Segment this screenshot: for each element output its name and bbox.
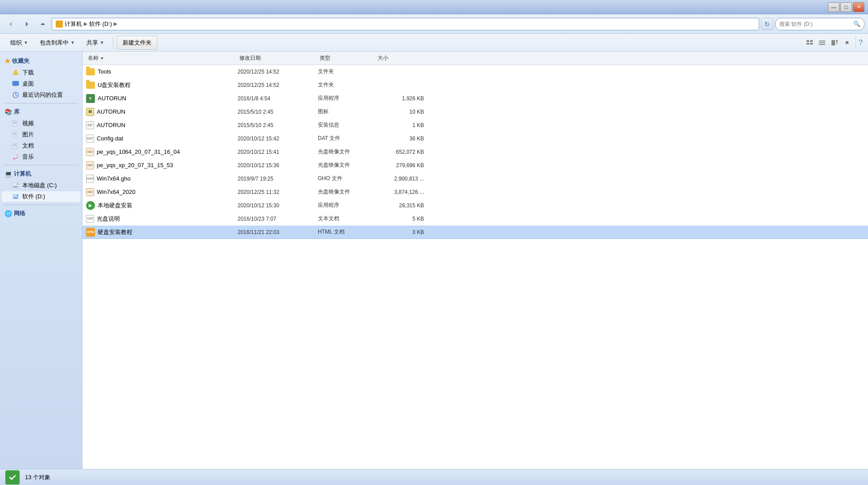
file-type-cell: 文件夹 <box>318 68 376 75</box>
svg-point-31 <box>17 184 18 185</box>
search-box: 🔍 <box>775 18 864 30</box>
file-type-cell: GHO 文件 <box>318 175 376 182</box>
file-size-cell: 1 KB <box>376 122 429 128</box>
sidebar-item-local-c[interactable]: 本地磁盘 (C:) <box>2 180 80 191</box>
sidebar-item-download[interactable]: 下载 <box>2 67 80 78</box>
sidebar-item-drive-d[interactable]: 软件 (D:) <box>2 191 80 202</box>
folder-icon <box>86 68 95 75</box>
col-header-date[interactable]: 修改日期 <box>238 54 318 62</box>
file-type-cell: HTML 文档 <box>318 228 376 236</box>
minimize-button[interactable]: — <box>828 2 839 12</box>
table-row[interactable]: ▶ 本地硬盘安装 2020/10/12 15:30 应用程序 28,315 KB <box>82 199 868 212</box>
drive-d-icon <box>12 193 20 200</box>
share-button[interactable]: 共享 ▼ <box>82 36 109 50</box>
search-icon[interactable]: 🔍 <box>853 21 860 27</box>
file-date-cell: 2015/5/10 2:45 <box>238 109 318 115</box>
network-header[interactable]: 🌐 网络 <box>0 208 82 219</box>
library-button[interactable]: 包含到库中 ▼ <box>35 36 80 50</box>
sidebar-item-recent[interactable]: 最近访问的位置 <box>2 90 80 100</box>
view-toggle-button[interactable] <box>804 37 815 49</box>
favorites-header[interactable]: ★ 收藏夹 <box>0 55 82 67</box>
sidebar-item-video[interactable]: 视频 <box>2 118 80 129</box>
file-date-cell: 2020/10/12 15:30 <box>238 202 318 209</box>
svg-rect-33 <box>13 197 18 198</box>
download-icon <box>12 69 20 76</box>
file-name-text: Config.dat <box>97 135 123 142</box>
file-name-text: Win7x64_2020 <box>97 189 136 195</box>
organize-dropdown-arrow: ▼ <box>24 40 28 45</box>
title-bar: — □ ✕ <box>0 0 868 14</box>
table-row[interactable]: ISO pe_yqs_1064_20_07_31_16_04 2020/10/1… <box>82 145 868 159</box>
table-row[interactable]: HTM 硬盘安装教程 2016/11/21 22:03 HTML 文档 3 KB <box>82 226 868 239</box>
file-date-cell: 2016/1/8 4:54 <box>238 95 318 102</box>
maximize-button[interactable]: □ <box>840 2 852 12</box>
up-button[interactable] <box>36 17 50 31</box>
library-folder-icon: 📚 <box>4 108 12 115</box>
iso-icon: ISO <box>86 188 94 196</box>
col-header-type[interactable]: 类型 <box>318 54 376 62</box>
sidebar-item-desktop[interactable]: 桌面 <box>2 78 80 89</box>
help-button[interactable]: ≡ <box>841 37 853 49</box>
desktop-icon <box>12 80 20 87</box>
inf-icon: INF <box>86 121 94 129</box>
status-bar: 13 个对象 <box>0 469 868 485</box>
svg-rect-30 <box>13 186 18 187</box>
svg-rect-5 <box>810 40 813 42</box>
video-icon <box>12 120 20 127</box>
library-label: 库 <box>14 108 20 116</box>
refresh-button[interactable]: ↻ <box>761 18 773 30</box>
file-type-cell: 光盘映像文件 <box>318 161 376 169</box>
computer-header[interactable]: 💻 计算机 <box>0 168 82 180</box>
table-row[interactable]: E AUTORUN 2016/1/8 4:54 应用程序 1,926 KB <box>82 92 868 105</box>
file-type-cell: 光盘映像文件 <box>318 148 376 156</box>
table-row[interactable]: ISO Win7x64_2020 2020/12/25 11:32 光盘映像文件… <box>82 185 868 199</box>
file-name-text: Tools <box>98 68 111 75</box>
file-name-text: pe_yqs_1064_20_07_31_16_04 <box>97 148 180 155</box>
library-header[interactable]: 📚 库 <box>0 106 82 118</box>
library-dropdown-arrow: ▼ <box>70 40 75 45</box>
view-details-button[interactable] <box>816 37 828 49</box>
search-input[interactable] <box>779 21 852 27</box>
organize-button[interactable]: 组织 ▼ <box>5 36 33 50</box>
svg-marker-35 <box>101 58 103 60</box>
toolbar-separator <box>113 37 113 49</box>
col-header-size[interactable]: 大小 <box>376 54 429 62</box>
table-row[interactable]: U盘安装教程 2020/12/25 14:52 文件夹 <box>82 78 868 92</box>
file-name-cell: TXT 光盘说明 <box>86 215 238 223</box>
svg-rect-8 <box>819 41 825 41</box>
status-count: 13 个对象 <box>25 473 50 481</box>
view-buttons: ≡ ? <box>804 37 863 49</box>
table-row[interactable]: 🖼 AUTORUN 2015/5/10 2:45 图标 10 KB <box>82 105 868 119</box>
sidebar-item-music[interactable]: 音乐 <box>2 152 80 162</box>
breadcrumb-home[interactable]: 计算机 <box>65 20 82 28</box>
address-icon <box>56 21 63 28</box>
table-row[interactable]: GHO Win7x64.gho 2019/9/7 19:25 GHO 文件 2,… <box>82 172 868 185</box>
status-app-icon <box>5 470 20 485</box>
sidebar-item-image[interactable]: 图片 <box>2 129 80 140</box>
file-name-text: U盘安装教程 <box>98 81 131 89</box>
file-name-text: AUTORUN <box>98 95 126 102</box>
file-type-cell: 光盘映像文件 <box>318 188 376 196</box>
table-row[interactable]: TXT 光盘说明 2016/10/23 7:07 文本文档 5 KB <box>82 212 868 226</box>
breadcrumb-sep1: ▶ <box>84 21 87 27</box>
svg-rect-9 <box>819 42 825 43</box>
question-mark-button[interactable]: ? <box>859 39 863 47</box>
forward-button[interactable] <box>20 17 34 31</box>
svg-point-27 <box>13 158 16 160</box>
table-row[interactable]: ISO pe_yqs_xp_20_07_31_15_53 2020/10/12 … <box>82 159 868 172</box>
table-row[interactable]: DAT Config.dat 2020/10/12 15:42 DAT 文件 3… <box>82 132 868 145</box>
new-folder-button[interactable]: 新建文件夹 <box>117 36 157 50</box>
table-row[interactable]: INF AUTORUN 2015/5/10 2:45 安装信息 1 KB <box>82 119 868 132</box>
close-button[interactable]: ✕ <box>853 2 864 12</box>
breadcrumb-drive[interactable]: 软件 (D:) <box>89 20 112 28</box>
table-row[interactable]: Tools 2020/12/25 14:52 文件夹 <box>82 65 868 78</box>
col-header-name[interactable]: 名称 <box>86 54 238 62</box>
svg-rect-11 <box>831 40 835 45</box>
preview-button[interactable] <box>829 37 840 49</box>
network-label: 网络 <box>14 210 25 218</box>
file-date-cell: 2020/10/12 15:41 <box>238 149 318 155</box>
back-button[interactable] <box>4 17 18 31</box>
svg-rect-13 <box>836 43 838 44</box>
sidebar-item-doc[interactable]: 文档 <box>2 140 80 151</box>
file-name-text: 光盘说明 <box>97 215 120 223</box>
